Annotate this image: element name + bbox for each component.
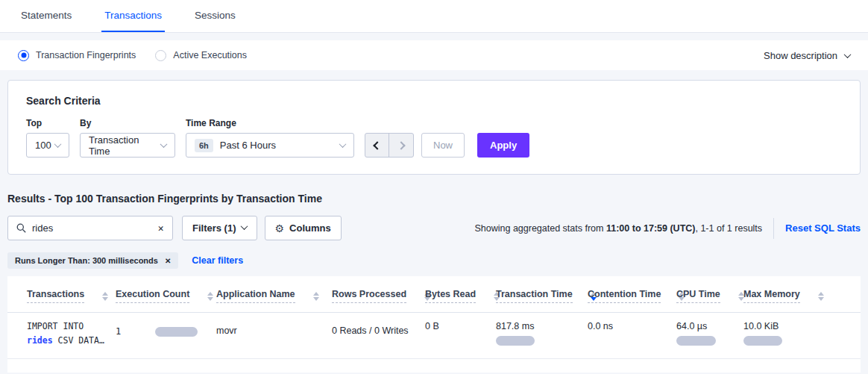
now-button[interactable]: Now (421, 133, 465, 158)
top-label: Top (26, 118, 69, 128)
max-memory-cell: 10.0 KiB (743, 313, 861, 359)
radio-active-executions[interactable]: Active Executions (155, 50, 247, 61)
transaction-time-bar (496, 336, 535, 346)
page-tabs: Statements Transactions Sessions (0, 0, 868, 33)
table-header-row: Transactions Execution Count Application… (7, 276, 861, 313)
column-header-bytes-read[interactable]: Bytes Read (425, 276, 496, 313)
by-select[interactable]: Transaction Time (80, 133, 175, 158)
max-memory-bar (743, 336, 782, 346)
column-header-contention-time[interactable]: Contention Time (588, 276, 676, 313)
transaction-fingerprint-cell[interactable]: IMPORT INTO rides CSV DATA… (7, 313, 116, 359)
next-range-button[interactable] (389, 134, 413, 157)
applied-filters-row: Runs Longer Than: 300 milliseconds ✕ Cle… (7, 252, 861, 269)
column-header-transactions[interactable]: Transactions (7, 276, 116, 313)
table-row: IMPORT INTO rides CSV DATA… 1 movr 0 Rea… (7, 313, 861, 359)
results-controls: rides ✕ Filters (1) ⚙ Columns Showing ag… (7, 216, 861, 240)
remove-filter-icon[interactable]: ✕ (165, 257, 171, 265)
column-header-cpu-time[interactable]: CPU Time (676, 276, 743, 313)
search-icon (16, 223, 26, 233)
apply-button[interactable]: Apply (477, 133, 529, 158)
tab-sessions[interactable]: Sessions (192, 0, 239, 32)
clear-search-icon[interactable]: ✕ (157, 224, 164, 233)
clear-filters-link[interactable]: Clear filters (192, 255, 243, 266)
search-input[interactable]: rides ✕ (7, 216, 173, 240)
search-input-value: rides (32, 222, 53, 234)
cpu-time-cell: 64.0 µs (676, 313, 743, 359)
tab-statements[interactable]: Statements (18, 0, 75, 32)
column-header-max-memory[interactable]: Max Memory (743, 276, 861, 313)
divider (773, 218, 774, 239)
time-range-label: Time Range (186, 118, 354, 128)
rows-processed-cell: 0 Reads / 0 Writes (332, 313, 425, 359)
chevron-down-icon (54, 140, 62, 148)
time-range-pager (365, 133, 414, 158)
contention-time-cell: 0.0 ns (588, 313, 676, 359)
aggregated-stats-text: Showing aggregated stats from 11:00 to 1… (474, 218, 861, 239)
execution-count-bar (155, 327, 198, 337)
tab-transactions[interactable]: Transactions (101, 0, 165, 32)
column-header-rows-processed[interactable]: Rows Processed (332, 276, 425, 313)
chevron-down-icon (339, 140, 347, 148)
sort-icon[interactable] (818, 292, 824, 301)
chevron-down-icon (240, 222, 248, 230)
column-header-transaction-time[interactable]: Transaction Time (496, 276, 588, 313)
bytes-read-cell: 0 B (425, 313, 496, 359)
time-range-badge: 6h (195, 139, 213, 152)
gear-icon: ⚙ (275, 222, 285, 234)
filter-chip-runs-longer-than: Runs Longer Than: 300 milliseconds ✕ (7, 252, 178, 269)
time-range-select[interactable]: 6h Past 6 Hours (186, 133, 354, 158)
sort-icon[interactable] (207, 292, 213, 301)
sort-icon[interactable] (102, 292, 108, 301)
transaction-link[interactable]: rides (27, 335, 53, 346)
search-criteria-card: Search Criteria Top 100 By Transaction T… (7, 80, 861, 175)
execution-count-cell: 1 (116, 313, 216, 359)
search-criteria-title: Search Criteria (26, 95, 842, 107)
radio-unselected-icon[interactable] (155, 50, 166, 61)
by-label: By (80, 118, 175, 128)
results-table: Transactions Execution Count Application… (7, 276, 861, 373)
view-toggle-row: Transaction Fingerprints Active Executio… (0, 40, 868, 70)
chevron-down-icon (844, 51, 852, 58)
cpu-time-bar (676, 336, 716, 346)
columns-button[interactable]: ⚙ Columns (265, 216, 342, 240)
application-name-cell: movr (216, 313, 332, 359)
column-header-application-name[interactable]: Application Name (216, 276, 332, 313)
reset-sql-stats-link[interactable]: Reset SQL Stats (785, 222, 861, 234)
column-header-execution-count[interactable]: Execution Count (116, 276, 216, 313)
chevron-left-icon (373, 141, 381, 149)
chevron-right-icon (397, 141, 405, 149)
transaction-time-cell: 817.8 ms (496, 313, 588, 359)
radio-transaction-fingerprints[interactable]: Transaction Fingerprints (18, 50, 136, 61)
top-select[interactable]: 100 (26, 133, 69, 158)
chevron-down-icon (160, 140, 168, 148)
radio-selected-icon[interactable] (18, 50, 29, 61)
show-description-toggle[interactable]: Show description (764, 50, 850, 61)
results-heading: Results - Top 100 Transaction Fingerprin… (7, 193, 861, 205)
sort-icon[interactable] (313, 292, 319, 301)
filters-button[interactable]: Filters (1) (182, 216, 257, 240)
previous-range-button[interactable] (365, 134, 389, 157)
